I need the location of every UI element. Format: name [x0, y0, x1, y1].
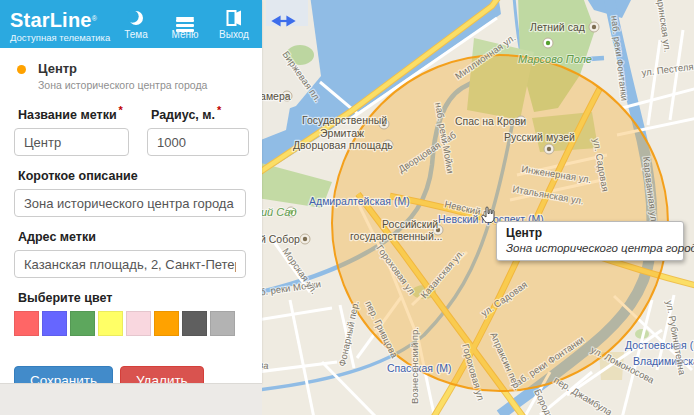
map-label-poi: Российский [382, 218, 438, 230]
museum-poi-glyph [303, 237, 307, 241]
map-label-poi: Дворцовая площадь [293, 139, 393, 151]
brand-tagline: Доступная телематика [10, 33, 110, 43]
color-swatch[interactable] [98, 311, 123, 336]
header-nav: Тема Меню Выход [118, 8, 262, 40]
exit-door-icon [225, 8, 243, 28]
sidebar-footer [0, 383, 262, 415]
map-label-poi: Государственный [302, 114, 387, 126]
color-swatch[interactable] [14, 311, 39, 336]
museum-poi-glyph [592, 25, 596, 29]
map-canvas[interactable]: Биржевая пл.КунсткамераДворцовая набМилл… [262, 0, 694, 415]
zone-summary: Центр Зона исторического центра города [0, 48, 262, 91]
color-swatches [14, 311, 248, 336]
map-label-metro: Адмиралтейская (М) [309, 195, 410, 207]
hand-cursor-icon [478, 205, 498, 227]
tooltip-description: Зона исторического центра города [506, 242, 674, 254]
starline-app: StarLine® Доступная телематика Тема Меню [0, 0, 694, 415]
address-input[interactable] [14, 250, 246, 278]
map-label-poi: Русский музей [504, 131, 575, 143]
nav-theme[interactable]: Тема [118, 8, 154, 40]
brand-name: StarLine [10, 9, 92, 31]
required-asterisk: * [217, 104, 221, 116]
museum-poi-glyph [547, 147, 551, 151]
sidebar: StarLine® Доступная телематика Тема Меню [0, 0, 262, 415]
zone-color-dot [17, 65, 26, 74]
name-input[interactable] [14, 128, 129, 156]
map-label-poi: Летний сад [530, 21, 585, 33]
color-swatch[interactable] [70, 311, 95, 336]
map-label-poi: Спас на Крови [455, 115, 526, 127]
address-label: Адрес метки [18, 230, 248, 244]
logo: StarLine® Доступная телематика [0, 6, 110, 43]
nav-theme-label: Тема [124, 29, 148, 40]
map-label-poi: государственный... [350, 230, 443, 242]
map-label-park: Александровский Сад [262, 206, 296, 218]
zone-subtitle: Зона исторического центра города [38, 79, 207, 91]
tooltip-title: Центр [506, 226, 674, 240]
required-asterisk: * [119, 104, 123, 116]
color-swatch[interactable] [42, 311, 67, 336]
park-poi-glyph [546, 41, 550, 45]
color-swatch[interactable] [154, 311, 179, 336]
map-label-poi: Исаакиевский Собор [262, 233, 300, 245]
nav-menu-label: Меню [171, 29, 198, 40]
radius-input[interactable] [147, 128, 249, 156]
zone-tooltip: Центр Зона исторического центра города [496, 221, 684, 261]
name-label: Название метки* [18, 104, 129, 122]
radius-label: Радиус, м.* [151, 104, 249, 122]
app-header: StarLine® Доступная телематика Тема Меню [0, 0, 262, 48]
zone-title: Центр [38, 61, 207, 76]
zone-edit-panel: StarLine® Доступная телематика Тема Меню [0, 0, 262, 383]
color-picker-label: Выберите цвет [18, 291, 248, 305]
map-label-poi: Кунсткамера [262, 90, 291, 102]
nav-logout-label: Выход [219, 29, 249, 40]
description-label: Короткое описание [18, 169, 248, 183]
hamburger-icon [176, 8, 194, 28]
map-label-poi: Эрмитаж [320, 127, 364, 139]
registered-mark: ® [92, 14, 97, 21]
color-swatch[interactable] [126, 311, 151, 336]
map-label-street: Вознесенский пр. [409, 327, 420, 404]
map-label-park: Марсово Поле [518, 53, 592, 65]
nav-logout[interactable]: Выход [216, 8, 252, 40]
zone-form: Название метки* Радиус, м.* Короткое опи… [0, 91, 262, 395]
color-swatch[interactable] [210, 311, 235, 336]
moon-icon [127, 8, 145, 28]
color-swatch[interactable] [182, 311, 207, 336]
description-input[interactable] [14, 189, 246, 217]
nav-menu[interactable]: Меню [167, 8, 203, 40]
